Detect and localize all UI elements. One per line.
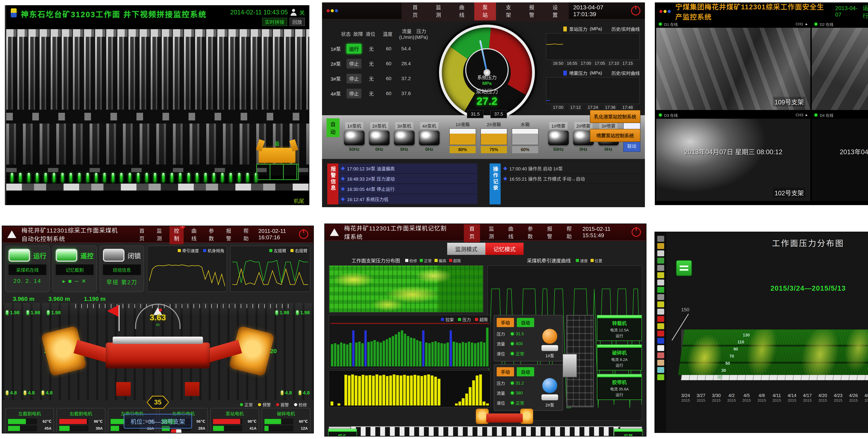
motor-card[interactable]: 泵站电机 98℃ 41A 温度 电流 16:0516:07 [210,408,259,434]
table-row[interactable]: 3#泵 停止 无 60 37.2 [326,71,428,86]
status-box[interactable]: 胶带机 电流 35.6A 运行 [597,374,642,400]
pump-unit[interactable]: 4#泵机 0Hz [419,122,439,152]
history-link[interactable]: 历史/实时曲线 [612,26,640,32]
tank-unit[interactable]: 水箱 60% [512,121,538,153]
status-box[interactable]: 转载机 电流 12.5A 运行 [597,315,642,341]
nav-tab[interactable]: 设置 [544,2,566,21]
camera-cell[interactable]: D3 在线 CH3 ▸ 2013年04月07日 星期三 08:00:12 102… [656,112,810,201]
nav-tab[interactable]: 支架 [498,2,519,21]
pressure-bar [355,343,358,367]
nav-tab[interactable]: 帮助 [561,223,577,242]
camera-cell[interactable]: D4 在线 CH4 ▸ 2013年04月07日 星期三 08:00:18 96号… [812,112,868,201]
toolbar-swatch[interactable] [657,360,664,366]
toolbar-swatch[interactable] [657,316,664,322]
surface-plot-area: 1301109070503010 [681,330,868,380]
toolbar-swatch[interactable] [657,265,664,271]
pump-unit[interactable]: 1#泵机 50Hz [344,122,365,152]
cut-bar [379,376,382,406]
nav-tab[interactable]: 监测 [428,2,449,21]
status-card-foot: 20. 2. 14 [8,278,46,284]
nav-tab[interactable]: 参数 [204,226,218,244]
mode-button[interactable]: 记忆模式 [485,243,524,255]
nav-tab[interactable]: 首页 [404,2,426,21]
toolbar-swatch[interactable] [657,272,664,278]
nav-tab[interactable]: 参数 [522,223,538,242]
toolbar-swatch[interactable] [657,374,664,380]
pressure-bar [410,338,412,367]
power-icon[interactable] [631,227,641,237]
camera-bar: D3 在线 CH3 ▸ [656,112,810,119]
spray-pump-unit[interactable]: 1#喷雾 50Hz [548,122,569,152]
alarm-row[interactable]: 16:12:47 系统压力低 [338,194,477,205]
status-box[interactable]: 破碎机 电流 8.2A 运行 [597,344,642,371]
toolbar-swatch[interactable] [657,345,664,351]
mode-button[interactable]: 监测模式 [447,243,485,255]
alarm-row[interactable]: 16:30:05 4#泵 停止运行 [338,184,477,194]
power-button[interactable]: 关 [299,8,305,16]
motor-card[interactable]: 左截割电机 62℃ 45A 温度 电流 16:0516:07 [5,408,54,434]
toolbar-swatch[interactable] [657,352,664,358]
power-icon[interactable] [631,6,641,15]
power-icon[interactable] [299,229,308,239]
alarm-dot-icon [341,197,345,201]
nav-tab[interactable]: 泵站 [474,2,496,21]
nav-tab[interactable]: 报警 [541,223,558,242]
motor-card-title: 左截割电机 [8,410,51,417]
play-icon[interactable]: ▸ [806,113,808,117]
toolbar-swatch[interactable] [657,302,664,307]
pump-unit[interactable]: 3#泵机 0Hz [394,122,414,152]
toolbar-swatch[interactable] [657,367,664,373]
nav-tab[interactable]: 报警 [221,226,236,244]
manual-button[interactable]: 手动 [497,367,514,376]
toolbar-swatch[interactable] [657,250,664,256]
nav-tab[interactable]: 控制1 [169,226,184,244]
mode-chip-playback[interactable]: 回放 [289,18,305,26]
log-row[interactable]: 16:55:21 操作员 工作模式 手动→自动 [501,174,640,184]
pump-card[interactable]: 手动 自动 压力31.5流量400液位正常 1#泵 [494,315,563,362]
toolbar-swatch[interactable] [657,309,664,315]
nav-tab[interactable]: 首页 [135,226,149,244]
nav-tab[interactable]: 曲线 [187,226,201,244]
view-toggle-button[interactable] [676,260,692,276]
pump-card[interactable]: 手动 自动 压力31.2流量380液位正常 2#泵 [494,364,563,411]
tank-unit[interactable]: 2#液箱 75% [480,121,507,153]
tank-unit[interactable]: 1#液箱 80% [449,121,476,153]
table-row[interactable]: 2#泵 停止 无 60 28.4 [326,56,428,71]
alarm-row[interactable]: 16:48:33 2#泵 压力波动 [338,174,477,184]
status-card[interactable]: 闭锁 班组信息 早班 第2刀 [100,246,144,292]
nav-tab[interactable]: 曲线 [451,2,472,21]
camera-cell[interactable]: D1 在线 CH1 ▸ 109号支架 [656,21,810,110]
nav-tab[interactable]: 监测 [483,223,499,242]
toolbar-swatch[interactable] [657,294,664,300]
nav-tab[interactable]: 首页 [464,223,480,242]
nav-tab[interactable]: 监测 [152,226,166,244]
pump-unit[interactable]: 2#泵机 0Hz [369,122,390,152]
table-row[interactable]: 1#泵 运行 无 60 54.4 [326,41,428,56]
status-card[interactable]: 遥控 记忆截割 ▸ ■ ─ ✕ [53,246,97,292]
toolbar-swatch[interactable] [657,258,664,263]
corner-values-bl: 4.84.84.8 [6,390,53,396]
chart-plot-area [546,77,640,104]
nav-tab[interactable]: 曲线 [503,223,519,242]
nav-tab[interactable]: 报警 [521,2,542,21]
nav-tab[interactable]: 帮助 [239,226,253,244]
play-icon[interactable]: ▸ [806,22,808,26]
toolbar-swatch[interactable] [657,331,664,337]
mode-chip-live[interactable]: 实时拼接 [262,18,287,26]
table-row[interactable]: 4#泵 停止 无 60 37.6 [326,86,428,101]
auto-button[interactable]: 自动 [517,318,534,327]
log-row[interactable]: 17:00:40 操作员 启动 1#泵 [501,163,640,174]
legend-item: 压力 [458,316,471,322]
subsystem-button[interactable]: 乳化液泵站控制系统 [590,110,641,123]
toolbar-swatch[interactable] [657,338,664,344]
motor-card[interactable]: 右截割电机 96℃ 38A 温度 电流 16:0516:07 [56,408,105,434]
toolbar-swatch[interactable] [657,323,664,329]
auto-button[interactable]: 自动 [517,367,534,376]
camera-cell[interactable]: D2 在线 CH2 ▸ 114号支架 [812,21,868,110]
alarm-row[interactable]: 17:00:12 3#泵 油温偏高 [338,163,477,174]
subsystem-button[interactable]: 喷雾泵站控制系统 [590,129,641,142]
history-link[interactable]: 历史/实时曲线 [612,70,640,76]
motor-card[interactable]: 破碎电机 60℃ 12A 温度 电流 16:0516:07 [261,408,310,434]
status-card[interactable]: 运行 采煤机在线 20. 2. 14 [5,246,50,292]
manual-button[interactable]: 手动 [497,318,514,327]
